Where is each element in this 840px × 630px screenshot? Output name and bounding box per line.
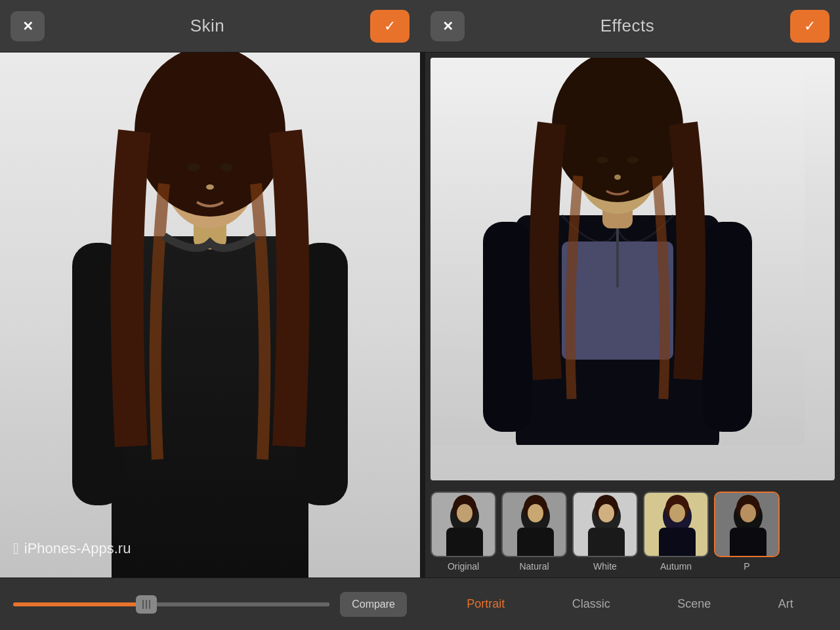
svg-point-32 bbox=[528, 504, 543, 522]
bottom-toolbar: Compare Portrait Classic Scene Art bbox=[0, 578, 840, 630]
svg-point-27 bbox=[457, 504, 472, 522]
tab-scene[interactable]: Scene bbox=[669, 592, 719, 616]
thumbnail-natural-label: Natural bbox=[519, 561, 549, 572]
slider-section: Compare bbox=[0, 592, 420, 617]
right-panel-title: Effects bbox=[472, 16, 782, 36]
thumb-p5-svg bbox=[715, 492, 778, 557]
main-divider bbox=[420, 52, 425, 578]
left-confirm-button[interactable]: ✓ bbox=[370, 10, 410, 43]
right-toolbar-section: ✕ Effects ✓ bbox=[430, 10, 830, 43]
tab-classic[interactable]: Classic bbox=[564, 592, 618, 616]
svg-point-8 bbox=[187, 163, 200, 171]
left-cancel-button[interactable]: ✕ bbox=[10, 11, 45, 41]
thumbnail-p5-img bbox=[714, 492, 780, 557]
svg-point-22 bbox=[627, 157, 639, 163]
svg-rect-15 bbox=[483, 222, 532, 432]
left-panel-title: Skin bbox=[52, 16, 362, 36]
watermark:  iPhones-Apps.ru bbox=[13, 539, 131, 558]
svg-point-37 bbox=[598, 504, 614, 522]
svg-point-9 bbox=[220, 163, 233, 171]
svg-rect-38 bbox=[588, 528, 625, 557]
compare-button[interactable]: Compare bbox=[340, 592, 407, 617]
tab-portrait[interactable]: Portrait bbox=[459, 592, 513, 616]
svg-rect-48 bbox=[730, 528, 766, 557]
svg-point-42 bbox=[669, 504, 685, 522]
main-content:  iPhones-Apps.ru bbox=[0, 52, 840, 578]
right-photo-svg bbox=[430, 58, 805, 445]
thumbnail-original-img bbox=[430, 492, 496, 557]
thumbnail-original[interactable]: Original bbox=[430, 492, 496, 572]
grip-line-3 bbox=[149, 600, 150, 609]
thumbnail-autumn-img bbox=[643, 492, 709, 557]
thumbnail-original-label: Original bbox=[448, 561, 479, 572]
apple-logo-icon:  bbox=[13, 539, 19, 558]
top-toolbar: ✕ Skin ✓ ✕ Effects ✓ bbox=[0, 0, 840, 52]
svg-point-47 bbox=[740, 504, 756, 522]
slider-track[interactable] bbox=[13, 602, 329, 606]
left-photo-area:  iPhones-Apps.ru bbox=[0, 52, 420, 578]
watermark-text: iPhones-Apps.ru bbox=[24, 540, 131, 557]
thumb-natural-svg bbox=[503, 492, 566, 557]
thumbnail-p5-label: P bbox=[744, 561, 749, 572]
thumbnail-natural[interactable]: Natural bbox=[501, 492, 567, 572]
slider-track-right bbox=[156, 602, 329, 606]
thumb-autumn-svg bbox=[644, 492, 707, 557]
grip-line-1 bbox=[142, 600, 144, 609]
right-panel: Original Natural bbox=[425, 52, 840, 578]
thumb-white-svg bbox=[574, 492, 637, 557]
left-photo-svg bbox=[0, 52, 420, 578]
thumbnails-strip: Original Natural bbox=[425, 486, 840, 578]
svg-rect-28 bbox=[446, 528, 483, 557]
thumbnail-white-img bbox=[572, 492, 638, 557]
right-confirm-button[interactable]: ✓ bbox=[790, 10, 830, 43]
right-cancel-button[interactable]: ✕ bbox=[430, 11, 465, 41]
svg-point-10 bbox=[206, 184, 214, 190]
thumbnail-autumn-label: Autumn bbox=[660, 561, 692, 572]
left-toolbar-section: ✕ Skin ✓ bbox=[10, 10, 410, 43]
thumbnail-p5[interactable]: P bbox=[714, 492, 780, 572]
tabs-section: Portrait Classic Scene Art bbox=[420, 592, 840, 616]
svg-point-7 bbox=[148, 52, 272, 158]
svg-rect-33 bbox=[517, 528, 554, 557]
thumb-original-svg bbox=[432, 492, 495, 557]
right-photo-area bbox=[430, 58, 835, 480]
svg-point-21 bbox=[597, 157, 608, 163]
tab-art[interactable]: Art bbox=[770, 592, 801, 616]
grip-line-2 bbox=[146, 600, 147, 609]
thumbnail-natural-img bbox=[501, 492, 567, 557]
right-photo-bg bbox=[430, 58, 835, 480]
thumbnail-autumn[interactable]: Autumn bbox=[643, 492, 709, 572]
svg-rect-43 bbox=[659, 528, 696, 557]
left-photo-panel:  iPhones-Apps.ru bbox=[0, 52, 420, 578]
thumbnail-white-label: White bbox=[593, 561, 617, 572]
thumbnail-white[interactable]: White bbox=[572, 492, 638, 572]
slider-thumb[interactable] bbox=[136, 595, 157, 614]
svg-rect-16 bbox=[703, 222, 752, 432]
svg-point-23 bbox=[614, 175, 621, 180]
